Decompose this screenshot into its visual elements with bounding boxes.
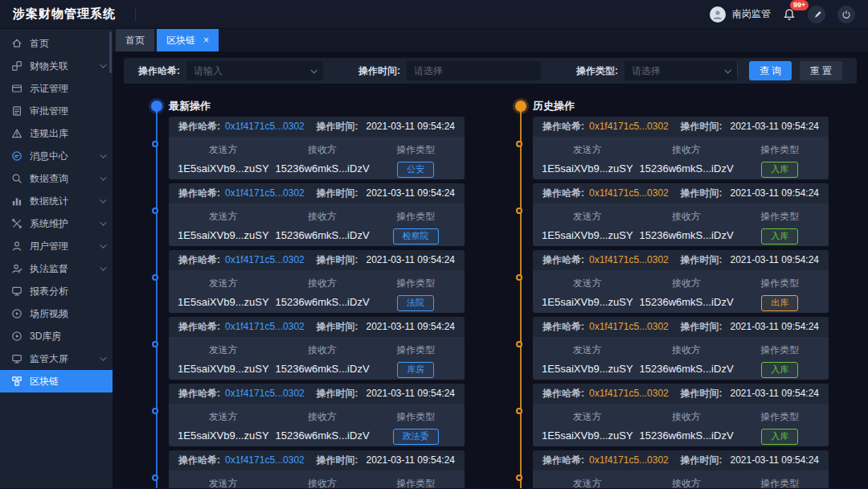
hash-link[interactable]: 0x1f4171c5...0302	[225, 454, 305, 466]
notification-icon[interactable]: 99+	[783, 8, 796, 21]
operation-type-tag: 公安	[397, 162, 434, 178]
operation-time: 2021-03-11 09:54:24	[730, 454, 819, 466]
sidebar-item-0[interactable]: 首页	[0, 32, 113, 55]
hash-filter-input[interactable]	[194, 65, 306, 76]
operation-type-tag: 出库	[761, 295, 798, 311]
sidebar-item-12[interactable]: 场所视频	[0, 302, 113, 325]
hash-link[interactable]: 0x1f4171c5...0302	[225, 388, 305, 399]
sidebar-item-14[interactable]: 监管大屏	[0, 347, 113, 370]
card-header: 操作哈希:0x1f4171c5...0302 操作时间:2021-03-11 0…	[533, 317, 829, 337]
column-title: 历史操作	[533, 99, 829, 113]
operation-card: 操作哈希:0x1f4171c5...0302 操作时间:2021-03-11 0…	[533, 117, 829, 179]
card-body: 发送方 1E5saiXVb9...zuSY 接收方 15236w6mkS...i…	[533, 137, 829, 179]
sidebar-item-13[interactable]: 3D库房	[0, 325, 113, 347]
receiver-value: 15236w6mkS...iDzV	[272, 429, 374, 442]
receiver-value: 15236w6mkS...iDzV	[272, 363, 374, 375]
hash-link[interactable]: 0x1f4171c5...0302	[589, 454, 669, 466]
hash-link[interactable]: 0x1f4171c5...0302	[589, 388, 669, 399]
sidebar-scrollbar[interactable]	[109, 31, 112, 73]
type-filter-input[interactable]	[632, 65, 720, 76]
chevron-down-icon	[100, 174, 106, 180]
operation-time: 2021-03-11 09:54:24	[366, 321, 455, 332]
hash-link[interactable]: 0x1f4171c5...0302	[225, 187, 305, 199]
timeline-node-dot	[152, 208, 158, 214]
avatar[interactable]	[710, 6, 726, 23]
card-header: 操作哈希:0x1f4171c5...0302 操作时间:2021-03-11 0…	[169, 384, 465, 404]
hash-link[interactable]: 0x1f4171c5...0302	[225, 121, 305, 132]
operation-type-tag: 入库	[761, 228, 798, 244]
operation-card: 操作哈希:0x1f4171c5...0302 操作时间:2021-03-11 0…	[533, 384, 829, 446]
sender-value: 1E5saiXVb9...zuSY	[175, 162, 272, 175]
hash-link[interactable]: 0x1f4171c5...0302	[589, 121, 669, 132]
operation-time: 2021-03-11 09:54:24	[730, 121, 819, 132]
app-title: 涉案财物管理系统	[13, 6, 116, 22]
search-icon	[11, 173, 23, 184]
filter-bar: 操作哈希: 操作时间: 操作类型: 查询 重置	[124, 58, 857, 84]
column-title: 最新操作	[169, 99, 465, 113]
operation-card: 操作哈希:0x1f4171c5...0302 操作时间:2021-03-11 0…	[169, 117, 465, 179]
timeline-node-dot	[516, 274, 522, 281]
type-filter-select[interactable]	[624, 61, 737, 80]
user-name[interactable]: 南岗监管	[732, 7, 771, 21]
time-filter-input[interactable]	[414, 65, 534, 76]
sidebar-item-1[interactable]: 财物关联	[0, 55, 113, 77]
top-header: 涉案财物管理系统 南岗监管 99+	[0, 0, 868, 29]
hash-link[interactable]: 0x1f4171c5...0302	[225, 254, 305, 265]
receiver-value: 15236w6mkS...iDzV	[272, 162, 374, 175]
hash-filter-select[interactable]	[186, 61, 323, 80]
sender-value: 1E5saiXVb9...zuSY	[539, 363, 636, 375]
card-header: 操作哈希:0x1f4171c5...0302 操作时间:2021-03-11 0…	[169, 317, 465, 337]
sidebar-item-2[interactable]: 示证管理	[0, 77, 113, 100]
hash-link[interactable]: 0x1f4171c5...0302	[589, 321, 669, 332]
sender-value: 1E5saiXVb9...zuSY	[539, 162, 636, 175]
warehouse-3d-icon	[11, 331, 23, 342]
tab-home[interactable]: 首页	[116, 29, 154, 51]
card-header: 操作哈希:0x1f4171c5...0302 操作时间:2021-03-11 0…	[169, 250, 465, 270]
card-body: 发送方 1E5saiXVb9...zuSY 接收方 15236w6mkS...i…	[169, 203, 465, 246]
card-header: 操作哈希:0x1f4171c5...0302 操作时间:2021-03-11 0…	[169, 117, 465, 137]
card-header: 操作哈希:0x1f4171c5...0302 操作时间:2021-03-11 0…	[533, 450, 829, 471]
hash-link[interactable]: 0x1f4171c5...0302	[225, 321, 305, 332]
operation-type-tag: 检察院	[393, 228, 439, 244]
sender-value: 1E5saiXVb9...zuSY	[175, 429, 272, 442]
card-header: 操作哈希:0x1f4171c5...0302 操作时间:2021-03-11 0…	[533, 250, 829, 270]
time-filter-field[interactable]	[407, 61, 541, 80]
sidebar-item-15[interactable]: 区块链	[0, 370, 113, 392]
sidebar-item-10[interactable]: 执法监督	[0, 257, 113, 280]
theme-brush-icon[interactable]	[808, 6, 825, 23]
tab-blockchain[interactable]: 区块链 ×	[157, 29, 219, 51]
chevron-down-icon	[100, 61, 106, 68]
timeline-start-dot	[151, 101, 162, 112]
card-header: 操作哈希:0x1f4171c5...0302 操作时间:2021-03-11 0…	[533, 183, 829, 203]
sidebar-item-5[interactable]: 消息中心	[0, 145, 113, 167]
video-icon	[11, 308, 23, 319]
power-icon[interactable]	[837, 6, 855, 23]
header-divider	[135, 7, 136, 22]
hash-link[interactable]: 0x1f4171c5...0302	[589, 187, 669, 199]
search-button[interactable]: 查询	[749, 61, 792, 80]
operation-time: 2021-03-11 09:54:24	[730, 187, 819, 199]
link-icon	[11, 60, 23, 72]
big-screen-icon	[11, 353, 23, 364]
sidebar-item-9[interactable]: 用户管理	[0, 235, 113, 257]
sidebar-item-4[interactable]: 违规出库	[0, 122, 113, 145]
hash-filter-label: 操作哈希:	[138, 64, 180, 78]
sidebar-item-3[interactable]: 审批管理	[0, 100, 113, 122]
reset-button[interactable]: 重置	[800, 61, 842, 80]
approval-icon	[11, 105, 23, 117]
operation-time: 2021-03-11 09:54:24	[366, 388, 455, 399]
sidebar-item-6[interactable]: 数据查询	[0, 167, 113, 190]
sender-value: 1E5saiXVb9...zuSY	[539, 229, 636, 241]
sidebar-item-11[interactable]: 报表分析	[0, 280, 113, 302]
close-icon[interactable]: ×	[203, 35, 209, 45]
tab-bar: 首页 区块链 ×	[113, 29, 868, 51]
card-header: 操作哈希:0x1f4171c5...0302 操作时间:2021-03-11 0…	[169, 183, 465, 203]
hash-link[interactable]: 0x1f4171c5...0302	[589, 254, 669, 265]
report-icon	[11, 286, 23, 297]
operation-type-tag: 入库	[761, 362, 798, 378]
time-filter-label: 操作时间:	[358, 64, 400, 78]
sidebar-item-7[interactable]: 数据统计	[0, 190, 113, 212]
sidebar-item-8[interactable]: 系统维护	[0, 212, 113, 235]
maintenance-icon	[11, 218, 23, 229]
user-icon	[11, 240, 23, 252]
